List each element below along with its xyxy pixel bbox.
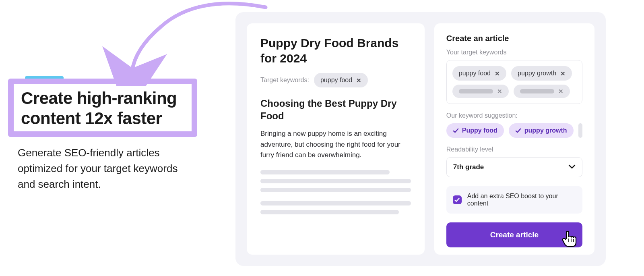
skeleton-group (260, 201, 411, 214)
chevron-down-icon (568, 163, 576, 171)
keyword-chip[interactable]: puppy food ✕ (452, 66, 506, 81)
article-title: Puppy Dry Food Brands for 2024 (260, 35, 411, 66)
keyword-chip-placeholder[interactable]: ✕ (514, 85, 570, 98)
keyword-chip[interactable]: puppy growth ✕ (511, 66, 572, 81)
skeleton-line (260, 179, 411, 183)
article-h2: Choosing the Best Puppy Dry Food (260, 97, 411, 122)
create-article-button[interactable]: Create article (446, 222, 582, 247)
keywords-input[interactable]: puppy food ✕ puppy growth ✕ ✕ ✕ (446, 60, 582, 104)
readability-label: Readability level (446, 146, 582, 153)
remove-icon[interactable]: ✕ (497, 88, 502, 94)
article-target-keywords-label: Target keywords: (260, 77, 309, 84)
suggestion-label: Our keyword suggestion: (446, 112, 582, 119)
chip-label: puppy food (320, 77, 352, 84)
skeleton-line (260, 170, 390, 174)
check-icon (515, 128, 521, 134)
article-target-keywords-row: Target keywords: puppy food ✕ (260, 73, 411, 87)
chip-label: Puppy food (462, 127, 497, 134)
skeleton-group (260, 170, 411, 192)
readability-select[interactable]: 7th grade (446, 157, 582, 177)
form-title: Create an article (446, 34, 582, 43)
seo-boost-row[interactable]: Add an extra SEO boost to your content (446, 186, 582, 214)
app-panel: Puppy Dry Food Brands for 2024 Target ke… (235, 12, 606, 266)
suggestion-row: Puppy food puppy growth . (446, 123, 582, 138)
article-paragraph: Bringing a new puppy home is an exciting… (260, 129, 411, 160)
promo-subtext: Generate SEO-friendly articles optimized… (8, 145, 197, 192)
suggestion-chip[interactable]: Puppy food (446, 123, 504, 138)
keyword-chip-placeholder[interactable]: ✕ (452, 85, 509, 98)
seo-boost-label: Add an extra SEO boost to your content (467, 193, 576, 207)
promo-block: Create high-ranking content 12x faster G… (8, 79, 197, 192)
readability-value: 7th grade (453, 163, 484, 171)
remove-icon[interactable]: ✕ (560, 71, 566, 77)
keywords-label: Your target keywords (446, 49, 582, 56)
suggestion-chip[interactable]: puppy growth (509, 123, 574, 138)
skeleton-line (260, 201, 411, 205)
remove-icon[interactable]: ✕ (558, 88, 564, 94)
chip-label: puppy growth (524, 127, 567, 134)
skeleton-line (260, 210, 399, 214)
skeleton-line (260, 188, 411, 192)
article-keyword-chip[interactable]: puppy food ✕ (314, 73, 368, 87)
promo-headline-wrap: Create high-ranking content 12x faster (8, 79, 197, 137)
create-article-form: Create an article Your target keywords p… (434, 23, 594, 255)
promo-headline-tab (25, 76, 64, 81)
remove-icon[interactable]: ✕ (495, 71, 500, 77)
check-icon (453, 128, 459, 134)
chip-label: puppy food (459, 70, 491, 77)
article-preview-card: Puppy Dry Food Brands for 2024 Target ke… (247, 23, 425, 255)
suggestion-chip-overflow: . (578, 123, 582, 138)
seo-boost-checkbox[interactable] (453, 195, 462, 204)
promo-headline: Create high-ranking content 12x faster (21, 88, 184, 128)
chip-label: puppy growth (518, 70, 556, 77)
remove-icon[interactable]: ✕ (356, 77, 361, 83)
